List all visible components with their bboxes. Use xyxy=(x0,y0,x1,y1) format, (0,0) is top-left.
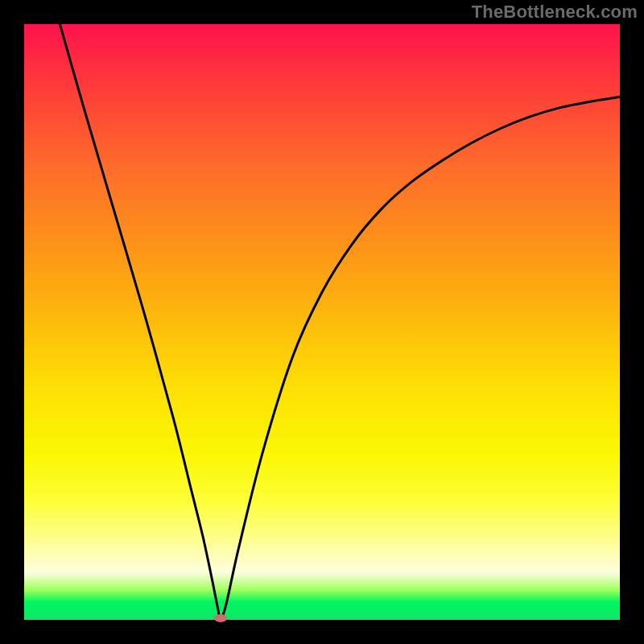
chart-container: TheBottleneck.com xyxy=(0,0,644,644)
curve-svg xyxy=(24,24,620,620)
plot-area xyxy=(24,24,620,620)
watermark-text: TheBottleneck.com xyxy=(472,2,638,23)
minimum-marker xyxy=(214,614,227,622)
curve-path xyxy=(60,24,620,620)
